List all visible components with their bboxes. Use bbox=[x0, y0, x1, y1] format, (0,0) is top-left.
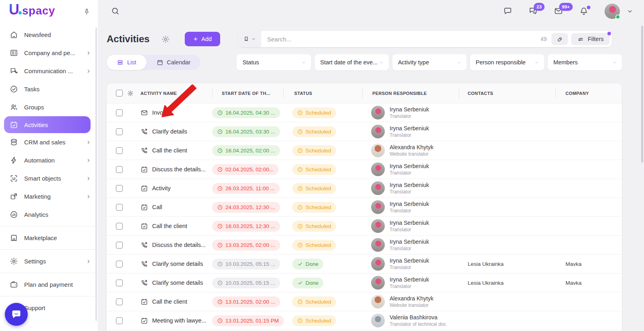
person-name[interactable]: Iryna Serbeniuk bbox=[390, 106, 429, 113]
table-row[interactable]: Call the client16.04.2025, 02:00 ...Sche… bbox=[107, 141, 622, 160]
row-checkbox[interactable] bbox=[116, 147, 123, 154]
column-header-status[interactable]: STATUS bbox=[283, 83, 362, 103]
person-name[interactable]: Iryna Serbeniuk bbox=[390, 276, 429, 283]
search-input[interactable] bbox=[261, 36, 541, 43]
company-name[interactable]: Mavka bbox=[555, 255, 622, 273]
filter-dropdown-start-date-of-the-eve[interactable]: Start date of the eve... bbox=[315, 54, 389, 70]
sidebar-item-communication[interactable]: Communication ... bbox=[0, 62, 98, 80]
person-name[interactable]: Iryna Serbeniuk bbox=[390, 163, 429, 169]
activity-name[interactable]: Clarify some details bbox=[152, 261, 203, 267]
activity-name[interactable]: Call bbox=[152, 204, 162, 210]
row-checkbox[interactable] bbox=[116, 280, 123, 286]
activity-name[interactable]: Clarify some details bbox=[152, 280, 203, 286]
row-checkbox[interactable] bbox=[116, 242, 123, 249]
table-row[interactable]: Discuss the details...02.04.2025, 02:00.… bbox=[107, 160, 622, 179]
person-name[interactable]: Iryna Serbeniuk bbox=[390, 201, 429, 207]
sidebar-item-automation[interactable]: Automation bbox=[0, 151, 98, 169]
saved-filters-bookmark[interactable] bbox=[238, 31, 261, 47]
person-name[interactable]: Iryna Serbeniuk bbox=[390, 125, 429, 132]
person-name[interactable]: Valeriia Bashkirova bbox=[390, 314, 446, 321]
column-header-person-responsible[interactable]: PERSON RESPONSIBLE bbox=[362, 83, 459, 103]
user-avatar[interactable] bbox=[605, 4, 620, 19]
row-checkbox[interactable] bbox=[116, 109, 123, 116]
page-scrollbar[interactable] bbox=[641, 26, 643, 162]
table-row[interactable]: Activity26.03.2025, 11:00 ...ScheduledIr… bbox=[107, 179, 622, 198]
activity-name[interactable]: Discuss the details... bbox=[152, 242, 206, 248]
sidebar-item-company-and-pe[interactable]: Company and pe... bbox=[0, 44, 98, 62]
sidebar-item-activities[interactable]: Activities bbox=[4, 116, 91, 133]
tab-list-view[interactable]: List bbox=[107, 55, 147, 70]
user-menu[interactable] bbox=[605, 4, 634, 19]
table-row[interactable]: Invoice16.04.2025, 04:30 ...ScheduledIry… bbox=[107, 103, 622, 122]
row-checkbox[interactable] bbox=[116, 317, 123, 324]
table-row[interactable]: Clarify some details10.03.2025, 05:15 ..… bbox=[107, 255, 622, 273]
row-checkbox[interactable] bbox=[116, 298, 123, 305]
column-settings-gear-icon[interactable] bbox=[127, 83, 140, 103]
row-checkbox[interactable] bbox=[116, 204, 123, 211]
row-checkbox[interactable] bbox=[116, 185, 123, 192]
table-row[interactable]: Discuss the details...13.03.2025, 02:00 … bbox=[107, 236, 622, 255]
sidebar-item-settings[interactable]: Settings bbox=[0, 252, 98, 270]
column-header-company[interactable]: COMPANY bbox=[555, 83, 622, 103]
activity-name[interactable]: Activity bbox=[152, 185, 171, 191]
person-name[interactable]: Iryna Serbeniuk bbox=[390, 220, 429, 226]
row-checkbox[interactable] bbox=[116, 128, 123, 135]
person-name[interactable]: Iryna Serbeniuk bbox=[390, 182, 429, 188]
notifications-bell-icon[interactable] bbox=[579, 6, 588, 16]
filter-dropdown-person-responsible[interactable]: Person responsible bbox=[470, 54, 544, 70]
table-row[interactable]: Meeting with lawye...13.01.2025, 01:15 P… bbox=[107, 311, 622, 330]
person-name[interactable]: Alexandra Khytyk bbox=[390, 295, 433, 302]
sidebar-item-marketplace[interactable]: Marketplace bbox=[0, 229, 98, 247]
pin-sidebar-icon[interactable] bbox=[83, 8, 91, 16]
activity-name[interactable]: Call the client bbox=[152, 223, 187, 229]
person-name[interactable]: Iryna Serbeniuk bbox=[390, 238, 429, 245]
filter-dropdown-status[interactable]: Status bbox=[237, 54, 311, 70]
table-row[interactable]: Call the client18.03.2025, 12:30 ...Sche… bbox=[107, 217, 622, 236]
sidebar-item-newsfeed[interactable]: Newsfeed bbox=[0, 26, 98, 44]
clear-filters-button[interactable] bbox=[551, 33, 568, 45]
activity-name[interactable]: Discuss the details... bbox=[152, 166, 206, 173]
sidebar-scrollbar[interactable] bbox=[95, 27, 97, 321]
row-checkbox[interactable] bbox=[116, 261, 123, 267]
activity-name[interactable]: Meeting with lawye... bbox=[152, 317, 206, 324]
column-header-activity-name[interactable]: ACTIVITY NAME bbox=[140, 83, 212, 103]
column-header-contacts[interactable]: CONTACTS bbox=[459, 83, 555, 103]
add-button[interactable]: Add bbox=[185, 32, 220, 46]
sidebar-item-marketing[interactable]: Marketing bbox=[0, 187, 98, 206]
company-name[interactable]: Mavka bbox=[555, 273, 622, 292]
activity-name[interactable]: Clarify details bbox=[152, 128, 187, 135]
sidebar-item-crm-and-sales[interactable]: CRM and sales bbox=[0, 133, 98, 151]
activity-name[interactable]: Call the client bbox=[152, 298, 187, 305]
settings-gear-icon[interactable] bbox=[161, 35, 170, 43]
sidebar-item-plan-and-payment[interactable]: Plan and payment bbox=[0, 275, 98, 294]
row-checkbox[interactable] bbox=[116, 166, 123, 173]
table-row[interactable]: Clarify some details10.03.2025, 05:15 ..… bbox=[107, 273, 622, 292]
activity-name[interactable]: Invoice bbox=[152, 109, 171, 116]
table-row[interactable]: Clarify details16.04.2025, 03:30 ...Sche… bbox=[107, 122, 622, 141]
comments-icon[interactable] bbox=[503, 6, 512, 16]
activity-name[interactable]: Call the client bbox=[152, 147, 187, 154]
filters-button[interactable]: Filters bbox=[571, 33, 609, 45]
chevron-down-icon[interactable] bbox=[626, 8, 634, 15]
messenger-icon[interactable]: 23 bbox=[528, 6, 538, 16]
global-search-icon[interactable] bbox=[111, 6, 120, 16]
table-row[interactable]: Call the client13.01.2025, 02:00 ...Sche… bbox=[107, 292, 622, 311]
person-name[interactable]: Alexandra Khytyk bbox=[390, 144, 433, 150]
sidebar-item-analytics[interactable]: Analytics bbox=[0, 206, 98, 224]
sidebar-item-smart-objects[interactable]: Smart objects bbox=[0, 169, 98, 187]
support-chat-fab[interactable] bbox=[5, 303, 28, 326]
column-header-start-date[interactable]: START DATE OF TH... bbox=[212, 83, 283, 103]
filter-dropdown-activity-type[interactable]: Activity type bbox=[392, 54, 466, 70]
sidebar-item-tasks[interactable]: Tasks bbox=[0, 80, 98, 98]
filter-dropdown-members[interactable]: Members bbox=[548, 54, 622, 70]
uspacy-logo[interactable]: Uspacy bbox=[9, 2, 55, 21]
person-name[interactable]: Iryna Serbeniuk bbox=[390, 257, 429, 264]
sidebar-item-groups[interactable]: Groups bbox=[0, 98, 98, 116]
tab-calendar-view[interactable]: Calendar bbox=[147, 55, 201, 70]
select-all-checkbox[interactable] bbox=[116, 90, 123, 97]
contact-name[interactable]: Lesia Ukrainka bbox=[459, 255, 555, 273]
row-checkbox[interactable] bbox=[116, 223, 123, 230]
contact-name[interactable]: Lesia Ukrainka bbox=[459, 273, 555, 292]
mail-icon[interactable]: 99+ bbox=[554, 6, 563, 16]
table-row[interactable]: Call24.03.2025, 12:30 ...ScheduledIryna … bbox=[107, 198, 622, 217]
